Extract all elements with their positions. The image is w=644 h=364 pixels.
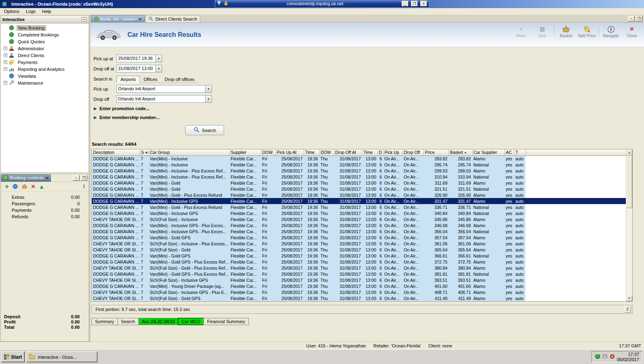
column-header-pick-up-at[interactable]: Pick Up At <box>275 149 304 155</box>
column-header-supplier[interactable]: Supplier <box>229 149 261 155</box>
vertical-scrollbar[interactable]: ▲ ▼ <box>626 149 632 301</box>
chevron-down-icon[interactable]: ▼ <box>155 55 162 62</box>
pickup-datetime-select[interactable]: 25/08/2017 19:36 ▼ <box>117 55 162 62</box>
membership-number-expander[interactable]: ▶ Enter membership number... <box>94 113 644 122</box>
sidebar-item-quick-quotes[interactable]: Quick Quotes <box>1 38 89 45</box>
sidebar-item-direct-clients[interactable]: +Direct Clients <box>1 52 89 59</box>
sidebar-item-reporting-and-analytics[interactable]: +Reporting and Analytics <box>1 66 89 72</box>
scrollbar-thumb[interactable] <box>626 155 632 208</box>
result-row[interactable]: DODGE G CARAVAN ...7Van(Mini) - Inclusiv… <box>92 155 626 162</box>
result-row[interactable]: CHEVY TAHOE OR SI...7SUV(Full Size) - In… <box>92 277 626 283</box>
column-header-drop-off[interactable]: Drop Off <box>402 149 424 155</box>
result-row[interactable]: DODGE G CARAVAN ...7Van(Mini) - Inclusiv… <box>92 222 626 228</box>
column-header-drop-off-at[interactable]: Drop Off At <box>334 149 362 155</box>
result-row[interactable]: DODGE G CARAVAN ...7Van(Mini) - Gold GPS… <box>92 253 626 259</box>
expand-plus-icon[interactable]: + <box>4 53 7 57</box>
column-header-time[interactable]: Time <box>362 149 377 155</box>
rdp-minimize-button[interactable]: _ <box>402 1 409 6</box>
pin-icon[interactable] <box>217 1 221 6</box>
search-in-tab-offices[interactable]: Offices <box>140 76 161 83</box>
pickup-location-select[interactable]: Orlando Intl Airport ▼ <box>117 85 212 93</box>
column-header-car-group[interactable]: Car Group <box>148 149 229 155</box>
expand-plus-icon[interactable]: + <box>4 67 7 71</box>
close-icon[interactable]: × <box>139 17 142 21</box>
search-in-tab-airports[interactable]: Airports <box>117 76 140 83</box>
bottom-tab-financial-summary[interactable]: Financial Summary <box>203 318 249 325</box>
result-row[interactable]: DODGE G CARAVAN ...7Van(Mini) - Gold - P… <box>92 204 626 210</box>
column-header-t[interactable]: T <box>514 149 525 155</box>
bottom-tab-search[interactable]: Search <box>117 318 139 325</box>
expand-plus-icon[interactable]: + <box>4 60 7 64</box>
result-row[interactable]: DODGE G CARAVAN ...7Van(Mini) - Inclusiv… <box>92 174 626 180</box>
result-row[interactable]: CHEVY TAHOE OR SI...7SUV(Full Size) - In… <box>92 241 626 247</box>
column-header-car-supplier[interactable]: Car Supplier <box>472 149 504 155</box>
close-icon[interactable]: × <box>46 176 48 180</box>
column-header-description[interactable]: Description <box>92 149 140 155</box>
result-row[interactable]: CHEVY TAHOE OR SI...7SUV(Full Size) - In… <box>92 289 626 295</box>
bottom-tab-car-mco[interactable]: Car MCO <box>178 318 204 325</box>
navigate-button[interactable]: Navigate <box>600 24 621 38</box>
result-row[interactable]: DODGE G CARAVAN ...7Van(Mini) - Gold GPS… <box>92 259 626 265</box>
info-icon[interactable]: i <box>83 183 85 190</box>
column-header-ac[interactable]: AC <box>504 149 514 155</box>
delete-icon[interactable]: × <box>31 183 35 190</box>
result-row[interactable]: CHEVY TAHOE OR SI...7SUV(Full Size) - Go… <box>92 265 626 271</box>
column-header-d[interactable]: D <box>377 149 383 155</box>
sidebar-item-administrator[interactable]: +Administrator <box>1 45 89 52</box>
expand-plus-icon[interactable]: + <box>4 81 7 85</box>
expand-plus-icon[interactable]: + <box>4 47 7 50</box>
taskbar-app-button[interactable]: Interactive - Ocea... <box>26 351 97 362</box>
result-row[interactable]: CHEVY TAHOE OR SI...7SUV(Full Size) - Go… <box>92 295 626 301</box>
refresh-globe-icon[interactable] <box>13 183 18 190</box>
result-row[interactable]: CHEVY TAHOE OR SI...7SUV(Full Size) - In… <box>92 216 626 222</box>
result-row[interactable]: DODGE G CARAVAN ...7Van(Mini) - Inclusiv… <box>92 162 626 168</box>
dropoff-location-select[interactable]: Orlando Intl Airport ▼ <box>117 95 212 103</box>
tray-icon[interactable] <box>602 354 608 360</box>
sidebar-item-completed-bookings[interactable]: Completed Bookings <box>1 31 89 38</box>
tabbar-restore-button[interactable]: ❐ <box>636 16 642 21</box>
column-header-basket[interactable]: Basket▼ <box>449 149 472 155</box>
scroll-up-icon[interactable]: ▲ <box>626 149 632 155</box>
result-row[interactable]: DODGE G CARAVAN ...7Van(Mini) - Inclusiv… <box>92 168 626 174</box>
info-button[interactable]: i <box>624 306 631 313</box>
sidebar-item-maintenance[interactable]: +Maintenance <box>1 79 89 86</box>
nett-price-button[interactable]: Nett Price <box>576 24 597 38</box>
booking-panel-tab[interactable]: Booking contents × <box>1 174 51 182</box>
sidebar-item-payments[interactable]: +Payments <box>1 59 89 66</box>
dropoff-datetime-select[interactable]: 31/08/2017 13:00 ▼ <box>117 65 162 72</box>
result-row[interactable]: DODGE G CARAVAN ...7Van(Mini) - GoldFlex… <box>92 186 626 192</box>
result-row[interactable]: DODGE G CARAVAN ...7Van(Mini) - Inclusiv… <box>92 228 626 234</box>
rdp-restore-button[interactable]: ❐ <box>411 1 418 6</box>
export-icon[interactable]: ▲ <box>39 183 44 190</box>
column-header-price[interactable]: Price <box>424 149 449 155</box>
chevron-down-icon[interactable]: ▼ <box>205 96 212 102</box>
result-row[interactable]: DODGE G CARAVAN ...7Van(Mini) - Gold GPS… <box>92 234 626 241</box>
tab-direct-clients-search[interactable]: Direct Clients Search <box>145 15 200 22</box>
result-row[interactable]: CHEVY TAHOE OR SI...7SUV(Full Size) - Go… <box>92 247 626 253</box>
search-in-tab-drop-off-offices[interactable]: Drop off offices <box>161 76 198 83</box>
promotion-code-expander[interactable]: ▶ Enter promotion code... <box>94 104 644 113</box>
bottom-tab-acc-2a-3c-mco[interactable]: Acc 2A,3C MCO <box>138 318 178 325</box>
tabbar-minimize-button[interactable]: − <box>628 16 635 21</box>
scroll-down-icon[interactable]: ▼ <box>626 295 632 301</box>
sidebar-item-viewdata[interactable]: Viewdata <box>1 72 89 79</box>
sidebar-item-new-booking[interactable]: New Booking <box>1 24 89 31</box>
menu-options[interactable]: Options <box>1 9 23 14</box>
column-header-s[interactable]: S <box>140 149 148 155</box>
column-header-time[interactable]: Time <box>304 149 319 155</box>
chevron-down-icon[interactable]: ▼ <box>155 65 162 72</box>
column-header-pick-up[interactable]: Pick Up <box>383 149 402 155</box>
basket-add-icon[interactable] <box>21 183 28 190</box>
panel-collapse-button[interactable]: − <box>82 17 87 22</box>
result-row[interactable]: DODGE G CARAVAN ...7Van(Mini) - Young Dr… <box>92 283 626 289</box>
add-icon[interactable]: + <box>5 183 9 190</box>
tray-icon[interactable] <box>610 354 615 360</box>
basket-button[interactable]: Basket <box>555 24 576 38</box>
search-button[interactable]: Search <box>185 125 224 135</box>
panel-minimize-button[interactable]: − <box>73 175 80 181</box>
result-row-selected[interactable]: DODGE G CARAVAN ...7Van(Mini) - Inclusiv… <box>92 198 626 204</box>
tab-book-ref-none[interactable]: Book. ref.: <none>× <box>91 15 145 22</box>
result-row[interactable]: DODGE G CARAVAN ...7Van(Mini) - Gold - P… <box>92 192 626 198</box>
result-row[interactable]: DODGE G CARAVAN ...7Van(Mini) - GoldFlex… <box>92 180 626 186</box>
menu-help[interactable]: Help <box>39 9 55 14</box>
